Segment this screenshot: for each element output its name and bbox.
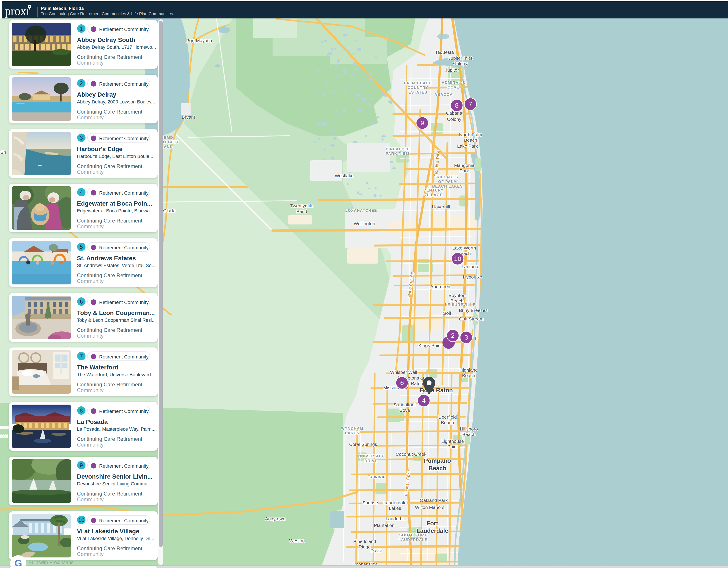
- svg-text:Bryant: Bryant: [182, 115, 195, 120]
- svg-text:Lakes: Lakes: [389, 506, 401, 511]
- svg-text:Andytown: Andytown: [265, 516, 285, 521]
- svg-text:2: 2: [451, 332, 455, 339]
- svg-text:10: 10: [454, 255, 461, 262]
- svg-text:Beach: Beach: [464, 138, 477, 143]
- svg-text:Beach: Beach: [462, 432, 475, 437]
- svg-text:North Palm: North Palm: [459, 132, 482, 137]
- svg-text:Point: Point: [447, 444, 458, 449]
- svg-text:Lauderhill: Lauderhill: [386, 516, 406, 521]
- svg-text:PINEAPPLE: PINEAPPLE: [386, 147, 410, 151]
- svg-text:Davie: Davie: [370, 548, 382, 553]
- svg-text:Wellington: Wellington: [354, 221, 375, 226]
- svg-text:Ridge: Ridge: [359, 544, 371, 549]
- svg-text:Wilton Manors: Wilton Manors: [415, 505, 444, 510]
- svg-text:Sh: Sh: [0, 150, 6, 155]
- svg-text:Lauderdale: Lauderdale: [383, 500, 406, 505]
- svg-text:h: h: [475, 336, 477, 341]
- svg-text:Aberdeen: Aberdeen: [430, 284, 450, 289]
- svg-text:OF PALM: OF PALM: [438, 180, 457, 184]
- svg-text:Boynton: Boynton: [448, 293, 465, 298]
- svg-text:4: 4: [422, 397, 426, 404]
- svg-text:Park: Park: [459, 168, 469, 173]
- svg-text:Whisper Walk: Whisper Walk: [390, 370, 419, 375]
- svg-text:Kings Point: Kings Point: [419, 343, 442, 348]
- svg-text:LOXAHATCHEE: LOXAHATCHEE: [345, 209, 377, 213]
- svg-text:Bend: Bend: [296, 209, 307, 214]
- svg-text:Port Mayaca: Port Mayaca: [186, 38, 212, 43]
- svg-text:Jupiter: Jupiter: [445, 67, 459, 73]
- svg-text:6: 6: [400, 379, 404, 386]
- svg-text:Golf: Golf: [443, 310, 451, 315]
- svg-text:ION: ION: [0, 434, 8, 438]
- svg-text:Boca Raton: Boca Raton: [420, 387, 453, 394]
- svg-text:PALM BEACH: PALM BEACH: [404, 81, 432, 85]
- svg-text:Haverhill: Haverhill: [432, 204, 450, 209]
- svg-text:Lake Park: Lake Park: [457, 144, 478, 149]
- svg-text:Cove: Cove: [399, 408, 410, 413]
- svg-text:LAKES: LAKES: [345, 431, 359, 435]
- svg-text:Sunrise: Sunrise: [362, 500, 378, 505]
- svg-text:7: 7: [469, 100, 472, 108]
- svg-text:COUNTRY: COUNTRY: [408, 86, 428, 90]
- svg-text:LEISUREVILLE: LEISUREVILLE: [445, 303, 476, 307]
- svg-text:Deerfield: Deerfield: [438, 414, 457, 419]
- svg-text:Twentymile: Twentymile: [290, 203, 313, 208]
- svg-text:Tequesta: Tequesta: [435, 50, 454, 55]
- svg-text:Gulf Stream: Gulf Stream: [459, 316, 484, 321]
- svg-text:UNIVERSITY: UNIVERSITY: [358, 454, 384, 458]
- svg-text:VILLAGES: VILLAGES: [437, 175, 458, 179]
- svg-text:Oakland Park: Oakland Park: [420, 498, 448, 503]
- svg-text:Beach: Beach: [428, 465, 446, 472]
- svg-text:Hypoluxo: Hypoluxo: [463, 274, 482, 280]
- svg-text:Coconut Creek: Coconut Creek: [396, 452, 427, 457]
- svg-text:LAUDERDALE: LAUDERDALE: [399, 538, 428, 542]
- svg-text:Jupiter Inlet: Jupiter Inlet: [448, 56, 472, 61]
- svg-text:Coral Springs: Coral Springs: [349, 442, 377, 447]
- svg-text:Glade: Glade: [163, 208, 175, 213]
- svg-text:Sandalfoot: Sandalfoot: [394, 402, 416, 407]
- svg-text:COVE: COVE: [448, 85, 459, 89]
- svg-text:Colony: Colony: [447, 117, 461, 122]
- svg-text:Highland: Highland: [460, 367, 478, 372]
- svg-text:Westlake: Westlake: [335, 173, 354, 178]
- svg-text:Pine Island: Pine Island: [353, 539, 376, 544]
- svg-text:3: 3: [464, 334, 468, 341]
- svg-text:Hillsboro: Hillsboro: [460, 426, 478, 431]
- svg-text:Beach: Beach: [441, 420, 454, 425]
- svg-text:DRIVE: DRIVE: [364, 459, 377, 463]
- svg-text:Colony: Colony: [453, 61, 468, 66]
- svg-text:8: 8: [455, 102, 459, 109]
- svg-text:Lantana: Lantana: [462, 264, 478, 269]
- svg-text:ADMIRAL'S: ADMIRAL'S: [442, 81, 465, 85]
- svg-text:9: 9: [420, 119, 424, 127]
- svg-text:CENTURY: CENTURY: [423, 188, 444, 193]
- svg-text:Briny Breezes: Briny Breezes: [459, 308, 488, 313]
- svg-text:Mangonia: Mangonia: [454, 163, 475, 168]
- svg-text:ABACOA: ABACOA: [434, 93, 453, 97]
- svg-text:Fort: Fort: [427, 520, 438, 527]
- svg-text:Lake Worth: Lake Worth: [453, 245, 476, 251]
- svg-text:proxı: proxı: [5, 4, 29, 18]
- svg-text:SOUTH FORT: SOUTH FORT: [399, 533, 427, 537]
- svg-text:WYNDHAM: WYNDHAM: [341, 426, 363, 430]
- svg-text:ESTATES: ESTATES: [408, 90, 427, 95]
- svg-text:Lighthouse: Lighthouse: [441, 439, 464, 444]
- svg-text:BEACH LAKES: BEACH LAKES: [432, 184, 463, 189]
- svg-text:Plantation: Plantation: [374, 523, 394, 528]
- svg-text:VILLAGE: VILLAGE: [424, 193, 443, 197]
- svg-text:Pompano: Pompano: [424, 457, 451, 464]
- svg-text:PARK / IBIS: PARK / IBIS: [386, 152, 410, 156]
- svg-text:Beach: Beach: [462, 373, 475, 378]
- svg-text:Weston: Weston: [289, 538, 305, 543]
- svg-text:ESS: ESS: [0, 425, 9, 430]
- svg-text:Tamarac: Tamarac: [368, 474, 385, 479]
